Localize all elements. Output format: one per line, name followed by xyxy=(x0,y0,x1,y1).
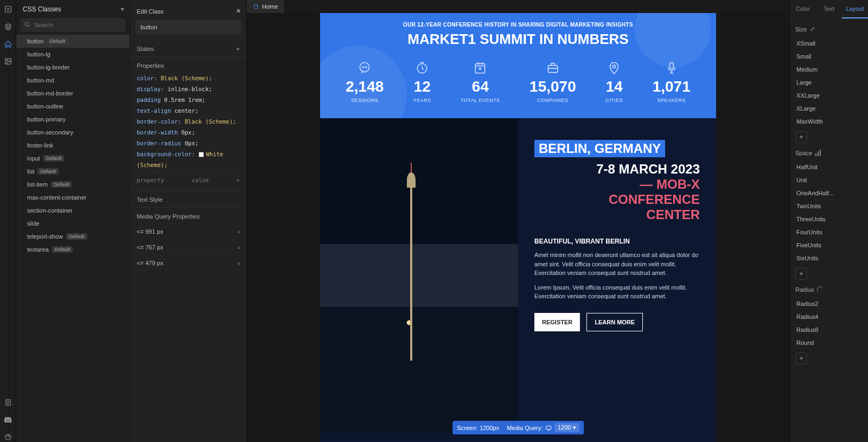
file-icon xyxy=(253,4,259,9)
class-row-max-content-container[interactable]: max-content-container xyxy=(16,191,130,204)
help-icon[interactable] xyxy=(3,432,13,442)
class-row-button[interactable]: buttonDefault xyxy=(16,35,130,48)
property-row[interactable]: border-width 0px; xyxy=(137,127,240,138)
class-name-input[interactable]: button xyxy=(136,20,241,34)
arc-icon xyxy=(817,286,824,293)
expand-icon[interactable]: ⤢ xyxy=(810,25,815,33)
work-icon xyxy=(546,61,560,76)
class-row-list[interactable]: listDefault xyxy=(16,165,130,178)
radius-token-radius2[interactable]: Radius2 xyxy=(795,297,863,310)
tab-home[interactable]: Home xyxy=(247,0,285,13)
media-query-label: Media Query Properties xyxy=(137,213,200,220)
property-row[interactable]: border-color: Black (Scheme); xyxy=(137,117,240,127)
svg-point-13 xyxy=(612,65,615,68)
media-query-row[interactable]: <= 767 px‹ xyxy=(130,239,246,255)
tab-color[interactable]: Color xyxy=(790,0,816,18)
cal-icon xyxy=(473,61,487,76)
tab-layout[interactable]: Layout xyxy=(842,0,868,18)
image-icon[interactable] xyxy=(3,56,13,66)
property-row[interactable]: text-align center; xyxy=(137,106,240,117)
svg-point-2 xyxy=(7,60,8,61)
event-place-2: CONFERENCE xyxy=(534,192,700,207)
layers-icon[interactable] xyxy=(3,22,13,31)
chat-icon xyxy=(358,61,372,76)
close-icon[interactable]: ✕ xyxy=(236,8,241,15)
clock-icon xyxy=(415,61,429,76)
property-row[interactable]: color: Black (Scheme); xyxy=(137,73,240,84)
space-token-halfunit[interactable]: HalfUnit xyxy=(795,161,863,174)
add-prop-icon[interactable]: + xyxy=(237,175,240,186)
media-query-row[interactable]: <= 991 px‹ xyxy=(130,224,246,239)
mic-icon xyxy=(665,61,679,76)
property-row[interactable]: padding 0.5rem 1rem; xyxy=(137,95,240,106)
property-row[interactable]: display: inline-block; xyxy=(137,84,240,95)
class-list: buttonDefaultbutton-lgbutton-lg-borderbu… xyxy=(16,35,130,442)
class-row-input[interactable]: inputDefault xyxy=(16,152,130,165)
add-space-button[interactable]: + xyxy=(795,268,807,280)
radius-token-round[interactable]: Round xyxy=(795,336,863,349)
size-token-medium[interactable]: Medium xyxy=(795,63,863,76)
size-token-small[interactable]: Small xyxy=(795,50,863,63)
bars-icon xyxy=(815,150,821,156)
add-size-button[interactable]: + xyxy=(795,131,807,143)
class-row-button-md-border[interactable]: button-md-border xyxy=(16,87,130,100)
size-token-xlarge[interactable]: XLarge xyxy=(795,102,863,115)
space-group-label: Space xyxy=(795,150,812,156)
media-query-row[interactable]: <= 479 px‹ xyxy=(130,255,246,271)
add-state-icon[interactable]: + xyxy=(237,46,240,52)
tab-bar: Home xyxy=(247,0,789,13)
class-row-button-primary[interactable]: button-primary xyxy=(16,113,130,126)
radius-token-radius4[interactable]: Radius4 xyxy=(795,310,863,323)
add-radius-button[interactable]: + xyxy=(795,353,807,364)
size-token-xxlarge[interactable]: XXLarge xyxy=(795,89,863,102)
class-row-button-lg[interactable]: button-lg xyxy=(16,48,130,61)
property-row[interactable]: border-radius 0px; xyxy=(137,138,240,149)
home-icon[interactable] xyxy=(3,39,13,49)
stat-years: 12YEARS xyxy=(413,61,431,103)
event-para-2: Lorem Ipsum, Velit officia consequat dui… xyxy=(534,283,700,301)
class-row-section-container[interactable]: section-container xyxy=(16,204,130,217)
screen-bar[interactable]: Screen: 1200px Media Query: 1200 ▾ xyxy=(452,421,584,434)
space-token-oneandhalf...[interactable]: OneAndHalf... xyxy=(795,187,863,200)
event-image xyxy=(320,118,518,433)
search-input[interactable] xyxy=(21,18,125,31)
css-classes-panel: CSS Classes + buttonDefaultbutton-lgbutt… xyxy=(16,0,130,442)
svg-point-5 xyxy=(25,22,29,26)
learn-more-button[interactable]: LEARN MORE xyxy=(586,313,643,331)
doc-icon[interactable] xyxy=(3,398,13,407)
radius-token-radius8[interactable]: Radius8 xyxy=(795,323,863,336)
class-row-slide[interactable]: slide xyxy=(16,217,130,230)
screen-label: Screen: xyxy=(457,425,477,431)
class-row-list-item[interactable]: list-itemDefault xyxy=(16,178,130,191)
property-row[interactable]: background-color: White (Scheme); xyxy=(137,149,240,171)
space-token-threeunits[interactable]: ThreeUnits xyxy=(795,213,863,226)
class-row-teleport-show[interactable]: teleport-showDefault xyxy=(16,230,130,243)
space-token-fiveunits[interactable]: FiveUnits xyxy=(795,239,863,252)
size-token-xsmall[interactable]: XSmall xyxy=(795,37,863,50)
register-button[interactable]: REGISTER xyxy=(534,313,580,331)
class-row-textarea[interactable]: textareaDefault xyxy=(16,243,130,256)
class-row-button-md[interactable]: button-md xyxy=(16,74,130,87)
space-token-twounits[interactable]: TwoUnits xyxy=(795,200,863,213)
plus-icon[interactable] xyxy=(3,4,13,14)
class-row-button-outline[interactable]: button-outline xyxy=(16,100,130,113)
stat-companies: 15,070COMPANIES xyxy=(529,61,576,103)
svg-rect-12 xyxy=(548,66,557,73)
space-token-unit[interactable]: Unit xyxy=(795,174,863,187)
discord-icon[interactable] xyxy=(3,415,13,425)
size-token-maxwidth[interactable]: MaxWidth xyxy=(795,115,863,128)
tab-text[interactable]: Text xyxy=(816,0,842,18)
edit-class-panel: Edit Class ✕ button States + Properties … xyxy=(130,0,247,442)
event-place-1: — MOB-X xyxy=(534,177,700,192)
class-row-footer-link[interactable]: footer-link xyxy=(16,139,130,152)
space-token-fourunits[interactable]: FourUnits xyxy=(795,226,863,239)
class-row-button-lg-border[interactable]: button-lg-border xyxy=(16,61,130,74)
add-class-icon[interactable]: + xyxy=(120,5,124,13)
space-token-sixunits[interactable]: SixUnits xyxy=(795,252,863,265)
mq-value: 1200 xyxy=(558,424,571,431)
svg-point-8 xyxy=(365,67,365,67)
size-token-large[interactable]: Large xyxy=(795,76,863,89)
class-row-button-secondary[interactable]: button-secondary xyxy=(16,126,130,139)
states-label: States xyxy=(137,46,154,52)
preview-canvas: OUR 12-YEAR CONFERENCE HISTORY IN SHARIN… xyxy=(320,13,716,442)
